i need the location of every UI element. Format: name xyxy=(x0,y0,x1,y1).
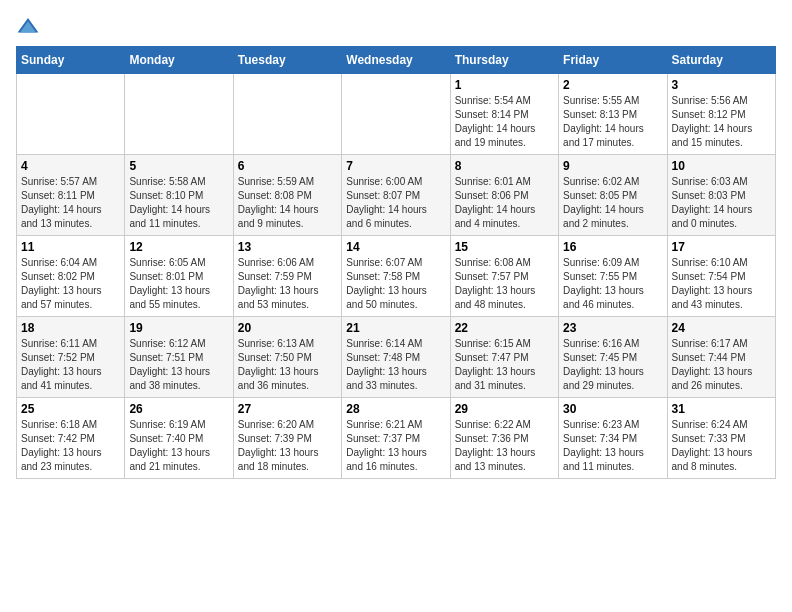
calendar-cell xyxy=(125,74,233,155)
calendar-cell: 1Sunrise: 5:54 AMSunset: 8:14 PMDaylight… xyxy=(450,74,558,155)
calendar-cell: 4Sunrise: 5:57 AMSunset: 8:11 PMDaylight… xyxy=(17,155,125,236)
day-number: 17 xyxy=(672,240,771,254)
day-number: 9 xyxy=(563,159,662,173)
day-header-tuesday: Tuesday xyxy=(233,47,341,74)
calendar-table: SundayMondayTuesdayWednesdayThursdayFrid… xyxy=(16,46,776,479)
day-number: 2 xyxy=(563,78,662,92)
calendar-cell: 9Sunrise: 6:02 AMSunset: 8:05 PMDaylight… xyxy=(559,155,667,236)
day-number: 16 xyxy=(563,240,662,254)
day-number: 7 xyxy=(346,159,445,173)
calendar-cell: 25Sunrise: 6:18 AMSunset: 7:42 PMDayligh… xyxy=(17,398,125,479)
day-info: Sunrise: 6:18 AMSunset: 7:42 PMDaylight:… xyxy=(21,419,102,472)
calendar-cell: 10Sunrise: 6:03 AMSunset: 8:03 PMDayligh… xyxy=(667,155,775,236)
calendar-cell: 5Sunrise: 5:58 AMSunset: 8:10 PMDaylight… xyxy=(125,155,233,236)
calendar-cell: 3Sunrise: 5:56 AMSunset: 8:12 PMDaylight… xyxy=(667,74,775,155)
day-number: 13 xyxy=(238,240,337,254)
calendar-cell: 29Sunrise: 6:22 AMSunset: 7:36 PMDayligh… xyxy=(450,398,558,479)
day-number: 1 xyxy=(455,78,554,92)
day-header-sunday: Sunday xyxy=(17,47,125,74)
day-number: 31 xyxy=(672,402,771,416)
calendar-cell: 22Sunrise: 6:15 AMSunset: 7:47 PMDayligh… xyxy=(450,317,558,398)
day-number: 14 xyxy=(346,240,445,254)
day-number: 12 xyxy=(129,240,228,254)
calendar-cell: 11Sunrise: 6:04 AMSunset: 8:02 PMDayligh… xyxy=(17,236,125,317)
day-info: Sunrise: 6:02 AMSunset: 8:05 PMDaylight:… xyxy=(563,176,644,229)
day-info: Sunrise: 6:12 AMSunset: 7:51 PMDaylight:… xyxy=(129,338,210,391)
day-info: Sunrise: 6:06 AMSunset: 7:59 PMDaylight:… xyxy=(238,257,319,310)
day-header-saturday: Saturday xyxy=(667,47,775,74)
day-number: 27 xyxy=(238,402,337,416)
calendar-cell: 23Sunrise: 6:16 AMSunset: 7:45 PMDayligh… xyxy=(559,317,667,398)
day-number: 10 xyxy=(672,159,771,173)
header xyxy=(16,16,776,36)
day-number: 25 xyxy=(21,402,120,416)
day-info: Sunrise: 6:04 AMSunset: 8:02 PMDaylight:… xyxy=(21,257,102,310)
day-number: 18 xyxy=(21,321,120,335)
day-number: 22 xyxy=(455,321,554,335)
day-info: Sunrise: 6:07 AMSunset: 7:58 PMDaylight:… xyxy=(346,257,427,310)
calendar-cell xyxy=(342,74,450,155)
day-number: 26 xyxy=(129,402,228,416)
day-info: Sunrise: 6:09 AMSunset: 7:55 PMDaylight:… xyxy=(563,257,644,310)
calendar-cell: 2Sunrise: 5:55 AMSunset: 8:13 PMDaylight… xyxy=(559,74,667,155)
day-number: 15 xyxy=(455,240,554,254)
day-info: Sunrise: 6:00 AMSunset: 8:07 PMDaylight:… xyxy=(346,176,427,229)
day-number: 5 xyxy=(129,159,228,173)
calendar-cell: 12Sunrise: 6:05 AMSunset: 8:01 PMDayligh… xyxy=(125,236,233,317)
calendar-cell: 31Sunrise: 6:24 AMSunset: 7:33 PMDayligh… xyxy=(667,398,775,479)
day-info: Sunrise: 5:54 AMSunset: 8:14 PMDaylight:… xyxy=(455,95,536,148)
day-info: Sunrise: 5:59 AMSunset: 8:08 PMDaylight:… xyxy=(238,176,319,229)
calendar-cell: 7Sunrise: 6:00 AMSunset: 8:07 PMDaylight… xyxy=(342,155,450,236)
day-info: Sunrise: 5:56 AMSunset: 8:12 PMDaylight:… xyxy=(672,95,753,148)
logo xyxy=(16,16,44,36)
logo-icon xyxy=(16,16,40,36)
calendar-cell: 14Sunrise: 6:07 AMSunset: 7:58 PMDayligh… xyxy=(342,236,450,317)
day-number: 11 xyxy=(21,240,120,254)
day-number: 30 xyxy=(563,402,662,416)
calendar-cell: 15Sunrise: 6:08 AMSunset: 7:57 PMDayligh… xyxy=(450,236,558,317)
calendar-cell: 27Sunrise: 6:20 AMSunset: 7:39 PMDayligh… xyxy=(233,398,341,479)
day-info: Sunrise: 6:11 AMSunset: 7:52 PMDaylight:… xyxy=(21,338,102,391)
calendar-cell: 20Sunrise: 6:13 AMSunset: 7:50 PMDayligh… xyxy=(233,317,341,398)
calendar-cell: 26Sunrise: 6:19 AMSunset: 7:40 PMDayligh… xyxy=(125,398,233,479)
calendar-cell: 13Sunrise: 6:06 AMSunset: 7:59 PMDayligh… xyxy=(233,236,341,317)
day-number: 24 xyxy=(672,321,771,335)
calendar-cell: 28Sunrise: 6:21 AMSunset: 7:37 PMDayligh… xyxy=(342,398,450,479)
day-header-friday: Friday xyxy=(559,47,667,74)
day-number: 8 xyxy=(455,159,554,173)
day-info: Sunrise: 6:22 AMSunset: 7:36 PMDaylight:… xyxy=(455,419,536,472)
calendar-cell: 6Sunrise: 5:59 AMSunset: 8:08 PMDaylight… xyxy=(233,155,341,236)
day-info: Sunrise: 5:55 AMSunset: 8:13 PMDaylight:… xyxy=(563,95,644,148)
calendar-cell xyxy=(233,74,341,155)
day-header-thursday: Thursday xyxy=(450,47,558,74)
day-header-wednesday: Wednesday xyxy=(342,47,450,74)
calendar-cell: 30Sunrise: 6:23 AMSunset: 7:34 PMDayligh… xyxy=(559,398,667,479)
calendar-cell xyxy=(17,74,125,155)
calendar-cell: 18Sunrise: 6:11 AMSunset: 7:52 PMDayligh… xyxy=(17,317,125,398)
calendar-cell: 17Sunrise: 6:10 AMSunset: 7:54 PMDayligh… xyxy=(667,236,775,317)
calendar-cell: 19Sunrise: 6:12 AMSunset: 7:51 PMDayligh… xyxy=(125,317,233,398)
day-number: 19 xyxy=(129,321,228,335)
calendar-cell: 8Sunrise: 6:01 AMSunset: 8:06 PMDaylight… xyxy=(450,155,558,236)
day-number: 28 xyxy=(346,402,445,416)
day-info: Sunrise: 6:05 AMSunset: 8:01 PMDaylight:… xyxy=(129,257,210,310)
day-number: 3 xyxy=(672,78,771,92)
day-info: Sunrise: 6:16 AMSunset: 7:45 PMDaylight:… xyxy=(563,338,644,391)
day-info: Sunrise: 6:23 AMSunset: 7:34 PMDaylight:… xyxy=(563,419,644,472)
day-info: Sunrise: 6:24 AMSunset: 7:33 PMDaylight:… xyxy=(672,419,753,472)
day-number: 6 xyxy=(238,159,337,173)
day-number: 21 xyxy=(346,321,445,335)
day-info: Sunrise: 6:13 AMSunset: 7:50 PMDaylight:… xyxy=(238,338,319,391)
day-number: 23 xyxy=(563,321,662,335)
day-header-monday: Monday xyxy=(125,47,233,74)
day-number: 29 xyxy=(455,402,554,416)
calendar-cell: 24Sunrise: 6:17 AMSunset: 7:44 PMDayligh… xyxy=(667,317,775,398)
day-info: Sunrise: 6:21 AMSunset: 7:37 PMDaylight:… xyxy=(346,419,427,472)
day-info: Sunrise: 6:15 AMSunset: 7:47 PMDaylight:… xyxy=(455,338,536,391)
day-info: Sunrise: 6:19 AMSunset: 7:40 PMDaylight:… xyxy=(129,419,210,472)
day-info: Sunrise: 6:14 AMSunset: 7:48 PMDaylight:… xyxy=(346,338,427,391)
day-info: Sunrise: 6:17 AMSunset: 7:44 PMDaylight:… xyxy=(672,338,753,391)
day-number: 20 xyxy=(238,321,337,335)
day-info: Sunrise: 6:03 AMSunset: 8:03 PMDaylight:… xyxy=(672,176,753,229)
day-number: 4 xyxy=(21,159,120,173)
